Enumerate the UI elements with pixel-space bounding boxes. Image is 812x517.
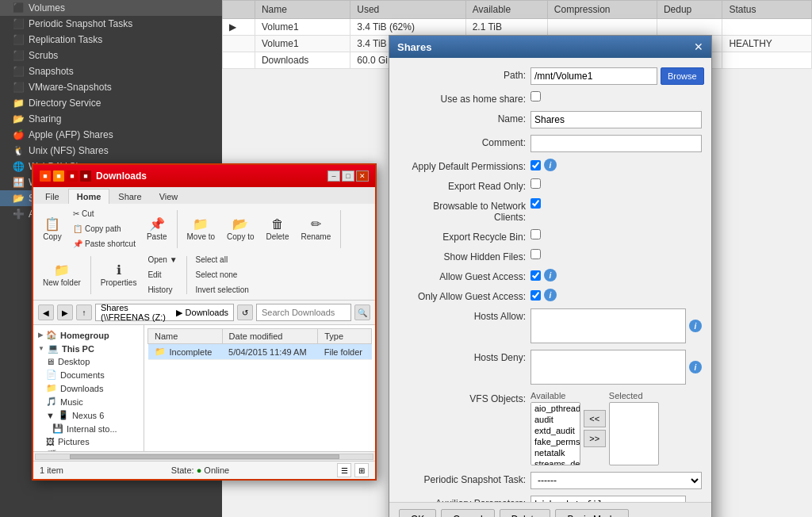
modal-close-button[interactable]: ✕ [694,40,703,53]
back-button[interactable]: ◀ [38,304,54,320]
delete-button[interactable]: 🗑 Delete [262,214,294,244]
only-guest-info-icon[interactable]: i [544,289,557,301]
tab-share[interactable]: Share [109,189,150,204]
horizontal-scrollbar[interactable] [33,451,375,461]
vfs-move-left-button[interactable]: << [584,410,606,427]
browse-button[interactable]: Browse [661,67,704,85]
sidebar-item-snapshots[interactable]: ⬛ Snapshots [0,63,222,79]
hosts-deny-input[interactable] [530,350,686,385]
cut-button[interactable]: ✂ Cut [69,207,140,220]
apply-perms-info-icon[interactable]: i [544,159,557,171]
open-button[interactable]: Open ▼ [144,253,181,266]
hosts-deny-row: Hosts Deny: i [399,350,702,385]
col-status[interactable]: Status [722,1,812,19]
select-none-button[interactable]: Select none [192,268,253,281]
col-compression[interactable]: Compression [547,1,657,19]
tab-view[interactable]: View [151,189,187,204]
paste-button[interactable]: 📌 Paste [142,213,172,244]
nav-documents[interactable]: 📄 Documents [33,368,144,381]
sidebar-item-directory[interactable]: 📁 Directory Service [0,95,222,111]
sidebar-item-replication[interactable]: ⬛ Replication Tasks [0,32,222,48]
nav-nexus[interactable]: ▼ 📱 Nexus 6 [33,408,144,422]
detail-view-button[interactable]: ⊞ [354,463,369,477]
edit-button[interactable]: Edit [144,268,181,281]
col-dedup[interactable]: Dedup [657,1,722,19]
tab-home[interactable]: Home [68,189,110,204]
browsable-checkbox[interactable] [530,198,541,209]
nav-music[interactable]: 🎵 Music [33,395,144,408]
nav-internal[interactable]: 💾 Internal sto... [33,422,144,435]
close-button[interactable]: ✕ [356,170,369,182]
sidebar-item-volumes[interactable]: ⬛ Volumes [0,0,222,16]
rename-button[interactable]: ✏ Rename [296,213,335,244]
col-type-header[interactable]: Type [318,329,372,344]
scrollbar-track[interactable] [35,454,373,460]
name-input[interactable] [530,111,702,128]
internal-storage-icon: 💾 [52,423,63,434]
table-row[interactable]: ▶ Volume1 3.4 TiB (62%) 2.1 TiB [223,19,812,36]
vfs-selected-list[interactable] [609,402,659,465]
copy-icon: 📋 [44,216,60,232]
sidebar-item-nfs[interactable]: 🐧 Unix (NFS) Shares [0,143,222,159]
list-item[interactable]: 📁 Incomplete 5/04/2015 11:49 AM File fol… [148,344,372,360]
nav-downloads[interactable]: 📁 Downloads [33,381,144,395]
col-available[interactable]: Available [465,1,547,19]
sidebar-item-periodic-snapshot[interactable]: ⬛ Periodic Snapshot Tasks [0,16,222,32]
cancel-button[interactable]: Cancel [441,509,494,517]
snapshot-task-select[interactable]: ------ [530,472,702,489]
minimize-button[interactable]: – [327,170,340,182]
only-guest-checkbox[interactable] [530,290,541,301]
vfs-move-right-button[interactable]: >> [584,430,606,447]
scrollbar-thumb[interactable] [70,454,339,459]
auxiliary-input[interactable]: hide dot files = yes hide files = /mnt/V… [530,496,686,502]
properties-button[interactable]: ℹ Properties [96,259,142,290]
home-share-checkbox[interactable] [530,91,541,101]
sidebar-item-sharing[interactable]: 📂 Sharing [0,111,222,127]
hosts-allow-input[interactable] [530,308,686,343]
copy-path-button[interactable]: 📋 Copy path [69,222,140,236]
row-vol-name: Volume1 [255,36,350,52]
new-folder-button[interactable]: 📁 New folder [38,259,86,290]
comment-input[interactable] [530,135,702,152]
hidden-files-checkbox[interactable] [530,249,541,259]
select-all-button[interactable]: Select all [192,253,253,266]
col-date-header[interactable]: Date modified [222,329,318,344]
guest-access-info-icon[interactable]: i [544,269,557,281]
nav-pictures[interactable]: 🖼 Pictures [33,435,144,448]
vfs-available-list[interactable]: aio_pthread audit extd_audit fake_perms … [530,402,580,465]
col-name[interactable]: Name [255,1,350,19]
hosts-deny-info-icon[interactable]: i [689,361,702,373]
list-view-button[interactable]: ☰ [337,463,351,477]
apply-perms-checkbox[interactable] [530,160,541,170]
up-button[interactable]: ↑ [76,304,92,320]
maximize-button[interactable]: □ [342,170,354,182]
refresh-button[interactable]: ↺ [237,304,253,320]
homegroup-header[interactable]: ▶ 🏠 Homegroup [33,328,144,342]
search-input[interactable] [256,304,351,321]
sidebar-item-vmware[interactable]: ⬛ VMware-Snapshots [0,79,222,95]
delete-button[interactable]: Delete [500,509,551,517]
move-to-button[interactable]: 📁 Move to [182,213,220,244]
history-button[interactable]: History [144,283,181,297]
basic-mode-button[interactable]: Basic Mode [555,509,629,517]
paste-shortcut-button[interactable]: 📌 Paste shortcut [69,237,140,251]
recycle-checkbox[interactable] [530,229,541,239]
nav-desktop[interactable]: 🖥 Desktop [33,355,144,368]
hosts-allow-info-icon[interactable]: i [689,320,702,332]
copy-button[interactable]: 📋 Copy [38,213,67,244]
sidebar-item-afp[interactable]: 🍎 Apple (AFP) Shares [0,127,222,143]
sidebar-item-scrubs[interactable]: ⬛ Scrubs [0,48,222,63]
export-readonly-checkbox[interactable] [530,178,541,189]
address-box[interactable]: Shares (\\FREENAS (Z:) ▶ Downloads [95,304,234,321]
tab-file[interactable]: File [36,189,68,204]
thispc-header[interactable]: ▼ 💻 This PC [33,342,144,355]
copy-to-button[interactable]: 📂 Copy to [222,213,259,244]
col-name-header[interactable]: Name [148,329,223,344]
search-button[interactable]: 🔍 [354,304,370,320]
col-used[interactable]: Used [350,1,465,19]
guest-access-checkbox[interactable] [530,270,541,281]
ok-button[interactable]: OK [399,509,436,517]
forward-button[interactable]: ▶ [57,304,73,320]
invert-selection-button[interactable]: Invert selection [192,283,253,297]
path-input[interactable] [530,67,657,85]
